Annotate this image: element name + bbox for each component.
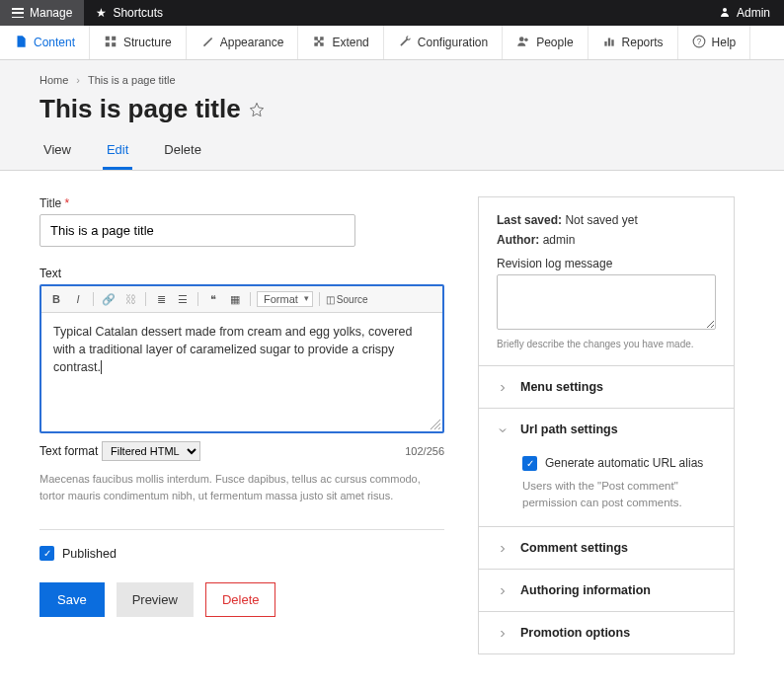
chevron-right-icon: › bbox=[76, 74, 80, 86]
preview-button[interactable]: Preview bbox=[117, 582, 194, 617]
breadcrumb-home[interactable]: Home bbox=[39, 74, 68, 86]
rich-text-editor: B I 🔗 ⛓ ≣ ☰ ❝ ▦ Format ◫ Source Typical … bbox=[39, 284, 444, 433]
svg-point-6 bbox=[524, 38, 528, 41]
quote-button[interactable]: ❝ bbox=[204, 290, 222, 308]
svg-rect-9 bbox=[611, 39, 613, 45]
url-alias-row[interactable]: ✓ Generate automatic URL alias bbox=[522, 454, 716, 472]
toolbar-extend[interactable]: Extend bbox=[298, 26, 383, 59]
help-icon: ? bbox=[692, 35, 706, 51]
help-text: Maecenas faucibus mollis interdum. Fusce… bbox=[39, 471, 444, 530]
shortcuts-label: Shortcuts bbox=[113, 6, 163, 20]
accordion-authoring[interactable]: Authoring information bbox=[479, 569, 734, 611]
svg-rect-8 bbox=[607, 38, 609, 45]
toolbar-configuration[interactable]: Configuration bbox=[384, 26, 503, 59]
bold-button[interactable]: B bbox=[47, 290, 65, 308]
save-button[interactable]: Save bbox=[39, 582, 105, 617]
bullet-list-button[interactable]: ≣ bbox=[152, 290, 170, 308]
published-label: Published bbox=[62, 547, 117, 561]
last-saved: Last saved: Not saved yet bbox=[497, 213, 716, 227]
tab-delete[interactable]: Delete bbox=[160, 142, 205, 170]
format-dropdown[interactable]: Format bbox=[257, 291, 313, 307]
url-path-panel: ✓ Generate automatic URL alias Users wit… bbox=[479, 450, 734, 526]
chevron-right-icon bbox=[497, 382, 509, 394]
resize-handle[interactable] bbox=[41, 422, 442, 431]
url-alias-checkbox[interactable]: ✓ bbox=[522, 456, 537, 471]
svg-rect-2 bbox=[112, 36, 116, 39]
wand-icon bbox=[200, 35, 214, 51]
svg-rect-4 bbox=[112, 42, 116, 46]
toolbar-structure[interactable]: Structure bbox=[90, 26, 187, 59]
tab-view[interactable]: View bbox=[39, 142, 75, 170]
chevron-right-icon bbox=[497, 543, 509, 555]
toolbar-help[interactable]: ?Help bbox=[678, 26, 751, 59]
source-button[interactable]: ◫ Source bbox=[326, 290, 368, 308]
published-checkbox[interactable]: ✓ bbox=[39, 546, 54, 561]
revision-label: Revision log message bbox=[497, 257, 716, 270]
accordion-menu-settings[interactable]: Menu settings bbox=[479, 365, 734, 408]
breadcrumb-current: This is a page title bbox=[88, 74, 176, 86]
text-format-label: Text format bbox=[39, 444, 98, 458]
shortcuts-menu[interactable]: ★ Shortcuts bbox=[84, 6, 175, 20]
page-title: This is page title bbox=[39, 94, 745, 124]
manage-label: Manage bbox=[30, 6, 72, 20]
svg-text:?: ? bbox=[696, 37, 701, 45]
editor-content[interactable]: Typical Catalan dessert made from cream … bbox=[41, 313, 442, 422]
revision-help: Briefly describe the changes you have ma… bbox=[497, 339, 716, 349]
title-input[interactable] bbox=[39, 214, 355, 247]
image-button[interactable]: ▦ bbox=[226, 290, 244, 308]
delete-button[interactable]: Delete bbox=[205, 582, 276, 617]
published-row[interactable]: ✓ Published bbox=[39, 546, 444, 561]
svg-rect-3 bbox=[106, 42, 110, 46]
editor-toolbar: B I 🔗 ⛓ ≣ ☰ ❝ ▦ Format ◫ Source bbox=[41, 286, 442, 313]
revision-textarea[interactable] bbox=[497, 274, 716, 330]
accordion-comment[interactable]: Comment settings bbox=[479, 526, 734, 569]
chevron-right-icon bbox=[497, 628, 509, 640]
svg-point-5 bbox=[519, 37, 524, 41]
unlink-button[interactable]: ⛓ bbox=[121, 290, 139, 308]
url-alias-label: Generate automatic URL alias bbox=[545, 454, 703, 472]
url-alias-help: Users with the "Post comment" permission… bbox=[522, 478, 716, 512]
svg-point-0 bbox=[723, 8, 727, 12]
manage-menu[interactable]: Manage bbox=[0, 0, 84, 26]
breadcrumb: Home › This is a page title bbox=[39, 74, 745, 86]
wrench-icon bbox=[398, 35, 412, 51]
tab-edit[interactable]: Edit bbox=[103, 142, 132, 170]
author: Author: admin bbox=[497, 233, 716, 247]
char-counter: 102/256 bbox=[405, 445, 444, 457]
link-button[interactable]: 🔗 bbox=[100, 290, 118, 308]
text-format-row: Text format Filtered HTML bbox=[39, 441, 200, 461]
star-icon: ★ bbox=[96, 6, 107, 20]
accordion-promotion[interactable]: Promotion options bbox=[479, 611, 734, 653]
admin-label: Admin bbox=[737, 6, 770, 20]
toolbar-appearance[interactable]: Appearance bbox=[187, 26, 299, 59]
user-icon bbox=[719, 6, 731, 21]
toolbar-people[interactable]: People bbox=[503, 26, 588, 59]
title-label: Title * bbox=[39, 196, 444, 210]
svg-rect-1 bbox=[106, 36, 110, 39]
number-list-button[interactable]: ☰ bbox=[174, 290, 192, 308]
chart-icon bbox=[602, 35, 616, 51]
text-format-select[interactable]: Filtered HTML bbox=[102, 441, 200, 461]
file-icon bbox=[14, 35, 28, 51]
toolbar-content[interactable]: Content bbox=[0, 26, 90, 59]
structure-icon bbox=[104, 35, 118, 51]
toolbar-reports[interactable]: Reports bbox=[588, 26, 678, 59]
admin-menu[interactable]: Admin bbox=[705, 6, 784, 21]
italic-button[interactable]: I bbox=[69, 290, 87, 308]
favorite-toggle[interactable] bbox=[249, 94, 265, 124]
text-label: Text bbox=[39, 267, 444, 280]
puzzle-icon bbox=[312, 35, 326, 51]
svg-rect-7 bbox=[604, 41, 606, 46]
chevron-right-icon bbox=[497, 585, 509, 597]
chevron-down-icon bbox=[497, 424, 509, 436]
accordion-url-path[interactable]: Url path settings bbox=[479, 408, 734, 450]
people-icon bbox=[516, 35, 530, 51]
hamburger-icon bbox=[12, 8, 24, 18]
